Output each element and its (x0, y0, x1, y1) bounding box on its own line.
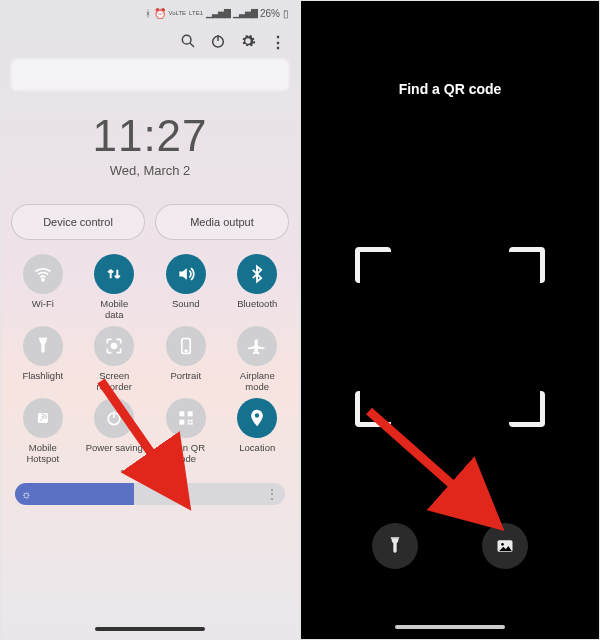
frame-corner (509, 391, 545, 427)
bluetooth-status-icon: ᚼ (145, 8, 151, 19)
svg-rect-13 (179, 411, 184, 416)
frame-corner (355, 391, 391, 427)
nav-home-indicator[interactable] (395, 625, 505, 629)
search-icon[interactable] (180, 33, 196, 53)
tile-label: Airplane mode (226, 370, 288, 392)
clock-date: Wed, March 2 (1, 163, 299, 178)
status-bar: ᚼ ⏰ VoLTE LTE1 ▁▃▅▇ ▁▃▅▇ 26% ▯ (1, 1, 299, 25)
hotspot-toggle[interactable] (23, 398, 63, 438)
frame-corner (509, 247, 545, 283)
battery-icon: ▯ (283, 8, 289, 19)
panel-actions: ⋮ (1, 25, 299, 53)
flashlight-toggle[interactable] (23, 326, 63, 366)
power-icon[interactable] (210, 33, 226, 53)
svg-point-10 (40, 419, 42, 421)
wifi-toggle[interactable] (23, 254, 63, 294)
tile-flashlight: Flashlight (9, 326, 77, 392)
brightness-more-icon[interactable]: ⋮ (266, 487, 277, 501)
tile-label: Scan QR code (155, 442, 217, 464)
alarm-status-icon: ⏰ (154, 8, 166, 19)
svg-rect-17 (190, 420, 192, 422)
tile-wifi: Wi-Fi (9, 254, 77, 320)
brightness-slider[interactable]: ☼ ⋮ (15, 483, 285, 505)
tile-label: Mobile data (83, 298, 145, 320)
clock: 11:27 Wed, March 2 (1, 111, 299, 178)
qr-viewfinder-frame (355, 247, 545, 427)
svg-point-8 (185, 350, 187, 352)
tile-hotspot: Mobile Hotspot (9, 398, 77, 464)
gallery-button[interactable] (482, 523, 528, 569)
tile-label: Portrait (155, 370, 217, 392)
svg-rect-19 (190, 423, 192, 425)
mobile-data-toggle[interactable] (94, 254, 134, 294)
svg-line-1 (190, 43, 194, 47)
control-pills: Device control Media output (1, 204, 299, 240)
svg-point-0 (182, 35, 191, 44)
signal-icon: ▁▃▅▇ (206, 8, 230, 18)
tile-bluetooth: Bluetooth (224, 254, 292, 320)
signal-icon-2: ▁▃▅▇ (233, 8, 257, 18)
tile-label: Mobile Hotspot (12, 442, 74, 464)
qr-title: Find a QR code (301, 81, 599, 97)
svg-rect-16 (187, 420, 189, 422)
location-toggle[interactable] (237, 398, 277, 438)
brightness-fill (15, 483, 134, 505)
notification-card-blurred (11, 59, 289, 91)
tile-mobile-data: Mobile data (81, 254, 149, 320)
more-icon[interactable]: ⋮ (270, 33, 285, 53)
qs-tile-grid: Wi-Fi Mobile data Sound Bluetooth Flash (1, 240, 299, 464)
tile-scan-qr: Scan QR code (152, 398, 220, 464)
media-output-button[interactable]: Media output (155, 204, 289, 240)
scan-qr-button[interactable] (166, 398, 206, 438)
tile-screen-recorder: Screen recorder (81, 326, 149, 392)
clock-time: 11:27 (1, 111, 299, 161)
tile-label: Wi-Fi (12, 298, 74, 320)
flashlight-button[interactable] (372, 523, 418, 569)
lte-indicator: LTE1 (189, 10, 203, 16)
battery-text: 26% (260, 8, 280, 19)
tile-label: Bluetooth (226, 298, 288, 320)
qr-scanner-screen: Find a QR code (300, 0, 600, 640)
tile-label: Power saving (83, 442, 145, 464)
nav-home-indicator[interactable] (95, 627, 205, 631)
device-control-button[interactable]: Device control (11, 204, 145, 240)
svg-point-6 (112, 344, 117, 349)
frame-corner (355, 247, 391, 283)
tile-label: Sound (155, 298, 217, 320)
brightness-low-icon: ☼ (21, 488, 31, 500)
sound-toggle[interactable] (166, 254, 206, 294)
tile-label: Flashlight (12, 370, 74, 392)
portrait-toggle[interactable] (166, 326, 206, 366)
tile-portrait: Portrait (152, 326, 220, 392)
tile-power-saving: Power saving (81, 398, 149, 464)
tile-location: Location (224, 398, 292, 464)
svg-rect-5 (39, 338, 47, 340)
power-saving-toggle[interactable] (94, 398, 134, 438)
pager-dots[interactable]: • • • • • (1, 466, 299, 475)
screen-recorder-toggle[interactable] (94, 326, 134, 366)
svg-rect-22 (391, 537, 399, 539)
svg-point-20 (255, 413, 259, 417)
gear-icon[interactable] (240, 33, 256, 53)
qr-bottom-actions (301, 523, 599, 569)
svg-rect-15 (179, 420, 184, 425)
volte-indicator: VoLTE (169, 10, 187, 16)
airplane-toggle[interactable] (237, 326, 277, 366)
svg-point-4 (42, 279, 44, 281)
bluetooth-toggle[interactable] (237, 254, 277, 294)
tile-airplane: Airplane mode (224, 326, 292, 392)
quick-settings-panel: ᚼ ⏰ VoLTE LTE1 ▁▃▅▇ ▁▃▅▇ 26% ▯ ⋮ 11:27 W… (0, 0, 300, 640)
tile-label: Screen recorder (83, 370, 145, 392)
svg-line-25 (369, 411, 491, 519)
tile-label: Location (226, 442, 288, 464)
svg-point-24 (501, 543, 504, 546)
svg-rect-14 (187, 411, 192, 416)
tile-sound: Sound (152, 254, 220, 320)
svg-rect-18 (187, 423, 189, 425)
